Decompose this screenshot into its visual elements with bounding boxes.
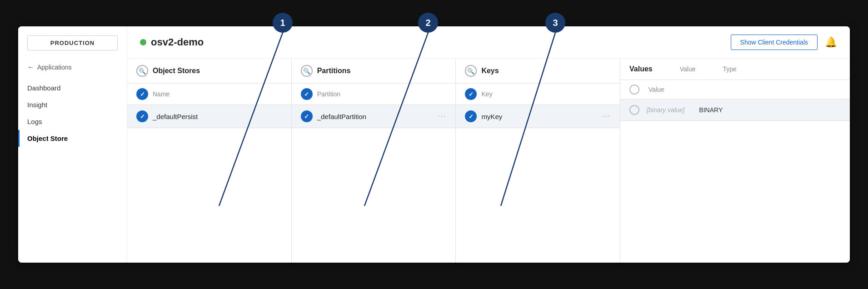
main-container: PRODUCTION ← Applications Dashboard Insi… [18, 26, 850, 263]
object-stores-row-value: _defaultPersist [153, 113, 198, 120]
partitions-header: 🔍 Partitions [292, 59, 456, 84]
annotation-bubble-1: 1 [273, 13, 293, 33]
partitions-row-icon[interactable] [301, 110, 313, 122]
back-arrow-icon: ← [27, 63, 35, 71]
content-area: osv2-demo Show Client Credentials 🔔 [127, 26, 850, 263]
keys-filter-row: Key [456, 84, 620, 105]
object-stores-column: 🔍 Object Stores Name _defaultPersist [127, 59, 292, 263]
partitions-filter-row: Partition [292, 84, 456, 105]
sidebar-item-logs[interactable]: Logs [18, 113, 127, 130]
values-header: Values Value Type [620, 59, 850, 80]
partitions-filter-label: Partition [317, 90, 340, 98]
content-header: osv2-demo Show Client Credentials 🔔 [127, 26, 850, 59]
partitions-search-icon[interactable]: 🔍 [301, 65, 313, 77]
values-row-value: [binary value] [647, 106, 684, 114]
app-title: osv2-demo [140, 36, 204, 48]
values-column: Values Value Type Value [binary value] B… [620, 59, 850, 263]
values-col2-label: Type [723, 65, 737, 73]
show-client-credentials-button[interactable]: Show Client Credentials [731, 35, 818, 50]
object-stores-search-icon[interactable]: 🔍 [136, 65, 148, 77]
keys-more-icon[interactable]: ··· [602, 112, 611, 120]
values-row-type: BINARY [699, 106, 723, 114]
partitions-row-value: _defaultPartition [317, 113, 366, 120]
sidebar-item-object-store[interactable]: Object Store [18, 130, 127, 147]
keys-row[interactable]: myKey ··· [456, 105, 620, 128]
app-name-text: osv2-demo [151, 36, 204, 48]
sidebar-item-dashboard[interactable]: Dashboard [18, 80, 127, 96]
partitions-column: 🔍 Partitions Partition _defaultPartition… [292, 59, 456, 263]
keys-filter-toggle[interactable] [465, 88, 477, 100]
values-col1-label: Value [680, 65, 696, 73]
object-stores-row-icon[interactable] [136, 110, 148, 122]
object-stores-filter-label: Name [153, 90, 170, 98]
back-to-applications[interactable]: ← Applications [18, 60, 127, 75]
partitions-title: Partitions [317, 67, 351, 75]
keys-row-value: myKey [481, 113, 502, 120]
keys-title: Keys [481, 67, 499, 75]
values-filter-label: Value [649, 86, 664, 93]
object-stores-row[interactable]: _defaultPersist [127, 105, 291, 128]
values-row[interactable]: [binary value] BINARY [620, 100, 850, 121]
keys-header: 🔍 Keys [456, 59, 620, 84]
values-filter-row: Value [620, 80, 850, 100]
notification-bell-icon[interactable]: 🔔 [825, 36, 837, 48]
status-indicator [140, 39, 146, 45]
values-filter-radio[interactable] [629, 85, 639, 95]
keys-search-icon[interactable]: 🔍 [465, 65, 477, 77]
partitions-filter-toggle[interactable] [301, 88, 313, 100]
keys-column: 🔍 Keys Key myKey ··· [456, 59, 620, 263]
object-stores-filter-row: Name [127, 84, 291, 105]
keys-row-icon[interactable] [465, 110, 477, 122]
values-title: Values [629, 65, 653, 73]
values-row-radio[interactable] [629, 105, 639, 115]
object-stores-title: Object Stores [153, 67, 200, 75]
partitions-more-icon[interactable]: ··· [438, 112, 446, 120]
sidebar-item-insight[interactable]: Insight [18, 96, 127, 113]
object-stores-header: 🔍 Object Stores [127, 59, 291, 84]
annotation-bubble-3: 3 [545, 13, 565, 33]
sidebar: PRODUCTION ← Applications Dashboard Insi… [18, 26, 127, 263]
production-button[interactable]: PRODUCTION [27, 35, 118, 50]
annotation-bubble-2: 2 [418, 13, 438, 33]
object-stores-filter-toggle[interactable] [136, 88, 148, 100]
header-actions: Show Client Credentials 🔔 [731, 35, 837, 50]
keys-filter-label: Key [481, 90, 492, 98]
columns-container: 🔍 Object Stores Name _defaultPersist [127, 59, 850, 263]
partitions-row[interactable]: _defaultPartition ··· [292, 105, 456, 128]
